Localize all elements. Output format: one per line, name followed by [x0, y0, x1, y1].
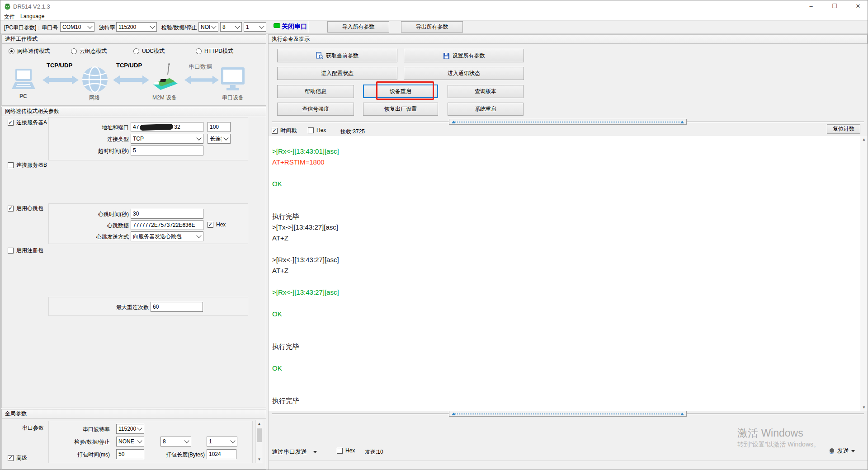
- minimize-button[interactable]: –: [801, 0, 821, 12]
- reset-count-button[interactable]: 复位计数: [827, 124, 860, 134]
- work-mode-label: 网络透传模式: [17, 47, 50, 55]
- chevron-down-icon: [223, 135, 228, 140]
- g-baud-select[interactable]: 115200: [116, 424, 144, 434]
- hb-mode-select[interactable]: 向服务器发送心跳包: [131, 231, 203, 241]
- send-via-serial-dropdown[interactable]: 通过串口发送: [272, 448, 307, 456]
- trackbar-thumb-right-icon[interactable]: [680, 121, 684, 123]
- g-stopbits-value: 1: [209, 438, 212, 445]
- conn-type-select[interactable]: TCP: [131, 134, 203, 144]
- send-hex-checkbox[interactable]: Hex: [337, 447, 355, 454]
- work-mode-radios: 网络透传模式 云组态模式 UDC模式 HTTPD模式: [9, 47, 262, 55]
- send-button[interactable]: 发送: [829, 447, 855, 455]
- trackbar-thumb-right-icon[interactable]: [680, 413, 684, 415]
- advanced-checkbox[interactable]: 高级: [8, 454, 27, 462]
- g-databits-select[interactable]: 8: [160, 437, 191, 446]
- server-address-input[interactable]: 47 32: [131, 122, 203, 132]
- get-params-button[interactable]: 获取当前参数: [277, 49, 397, 62]
- com-port-select[interactable]: COM10: [60, 22, 94, 32]
- work-mode-radio[interactable]: HTTPD模式: [196, 47, 258, 55]
- addr-suffix: 32: [174, 124, 180, 130]
- log-output-area[interactable]: >[Rx<-][13:43:01][asc] AT+RSTIM=1800 OK …: [269, 136, 860, 411]
- server-port-input[interactable]: 100: [208, 122, 231, 132]
- conn-mode-select[interactable]: 长连接: [208, 134, 231, 144]
- baud-select[interactable]: 115200: [116, 22, 157, 32]
- save-params-icon: [443, 52, 450, 59]
- heartbeat-checkbox[interactable]: 启用心跳包: [8, 205, 43, 212]
- scroll-down-icon[interactable]: ▼: [860, 405, 868, 409]
- g-parity-select[interactable]: NONE: [116, 437, 144, 446]
- link1-label: TCP/UDP: [47, 62, 72, 69]
- server-a-label: 连接服务器A: [16, 119, 47, 127]
- splitter-trackbar[interactable]: [449, 411, 687, 417]
- scroll-up-icon[interactable]: ▲: [860, 137, 868, 141]
- work-mode-radio[interactable]: UDC模式: [133, 47, 196, 55]
- menu-language[interactable]: Language: [20, 13, 44, 19]
- work-mode-label: 云组态模式: [80, 47, 107, 55]
- hb-hex-checkbox[interactable]: Hex: [208, 221, 226, 228]
- server-b-checkbox[interactable]: 连接服务器B: [8, 161, 47, 169]
- scrollbar-thumb[interactable]: [257, 428, 262, 442]
- set-params-button[interactable]: 设置所有参数: [404, 49, 524, 62]
- timeout-input[interactable]: 5: [131, 146, 203, 155]
- enter-config-button[interactable]: 进入配置状态: [277, 67, 397, 80]
- hb-time-input[interactable]: 30: [131, 209, 203, 219]
- register-checkbox[interactable]: 启用注册包: [8, 247, 43, 254]
- log-line: OK: [272, 363, 860, 374]
- export-params-button[interactable]: 导出所有参数: [401, 21, 463, 33]
- enter-comm-button[interactable]: 进入通讯状态: [404, 67, 524, 80]
- help-info-button[interactable]: 帮助信息: [277, 85, 354, 98]
- reconnect-input[interactable]: 60: [151, 302, 203, 312]
- timestamp-checkbox[interactable]: 时间戳: [272, 127, 297, 135]
- conn-type-value: TCP: [133, 136, 144, 142]
- trackbar-ticks: [454, 414, 682, 414]
- g-stopbits-select[interactable]: 1: [207, 437, 237, 446]
- left-panel-scrollbar[interactable]: ▲ ▼: [255, 420, 263, 463]
- log-scrollbar[interactable]: ▲ ▼: [860, 136, 868, 411]
- recv-hex-label: Hex: [316, 127, 326, 133]
- trackbar-thumb-left-icon[interactable]: [452, 121, 455, 123]
- pack-len-input[interactable]: 1024: [207, 449, 236, 459]
- m2m-device-icon: [151, 63, 179, 94]
- import-params-button[interactable]: 导入所有参数: [327, 21, 389, 33]
- databits-select[interactable]: 8: [220, 22, 242, 32]
- log-line: 执行完毕: [272, 211, 860, 222]
- trackbar-thumb-left-icon[interactable]: [452, 413, 455, 415]
- server-a-checkbox[interactable]: 连接服务器A: [8, 119, 47, 127]
- baud-label: 波特率: [99, 24, 115, 32]
- query-version-button[interactable]: 查询版本: [448, 85, 524, 98]
- work-mode-radio[interactable]: 云组态模式: [71, 47, 133, 55]
- log-line: 执行完毕: [272, 341, 860, 352]
- system-reboot-button[interactable]: 系统重启: [448, 103, 524, 116]
- work-mode-label: UDC模式: [142, 47, 165, 55]
- log-line: >[Rx<-][13:43:01][asc]: [272, 146, 860, 157]
- maximize-button[interactable]: ☐: [824, 0, 845, 12]
- server-b-label: 连接服务器B: [16, 161, 47, 169]
- factory-reset-button[interactable]: 恢复出厂设置: [363, 103, 438, 116]
- checkbox-icon: [8, 455, 14, 461]
- log-line: [272, 385, 860, 395]
- signal-strength-button[interactable]: 查信号强度: [277, 103, 354, 116]
- hb-data-input[interactable]: 7777772E7573722E636E: [131, 220, 203, 230]
- addr-prefix: 47: [133, 124, 139, 130]
- dropdown-arrow-icon[interactable]: [313, 451, 317, 453]
- log-line: [272, 330, 860, 341]
- stopbits-select[interactable]: 1: [244, 22, 266, 32]
- menu-file[interactable]: 文件: [4, 13, 15, 21]
- chevron-down-icon: [196, 135, 201, 140]
- chevron-down-icon: [230, 438, 235, 443]
- recv-hex-checkbox[interactable]: Hex: [308, 127, 326, 133]
- radio-icon: [9, 48, 14, 54]
- chevron-down-icon: [87, 24, 92, 28]
- scroll-down-icon[interactable]: ▼: [256, 457, 263, 461]
- parity-value: NONE: [201, 24, 210, 30]
- close-port-button[interactable]: 关闭串口: [282, 23, 307, 31]
- scroll-up-icon[interactable]: ▲: [256, 422, 263, 426]
- global-params-header: 全局参数: [1, 409, 266, 418]
- close-button[interactable]: ✕: [848, 0, 868, 12]
- splitter-trackbar[interactable]: [449, 119, 687, 125]
- pack-time-input[interactable]: 50: [116, 449, 144, 459]
- work-mode-radio[interactable]: 网络透传模式: [9, 47, 71, 55]
- node-m2m-label: M2M 设备: [152, 94, 177, 102]
- parity-select[interactable]: NONE: [198, 22, 218, 32]
- device-reboot-button[interactable]: 设备重启: [363, 85, 438, 98]
